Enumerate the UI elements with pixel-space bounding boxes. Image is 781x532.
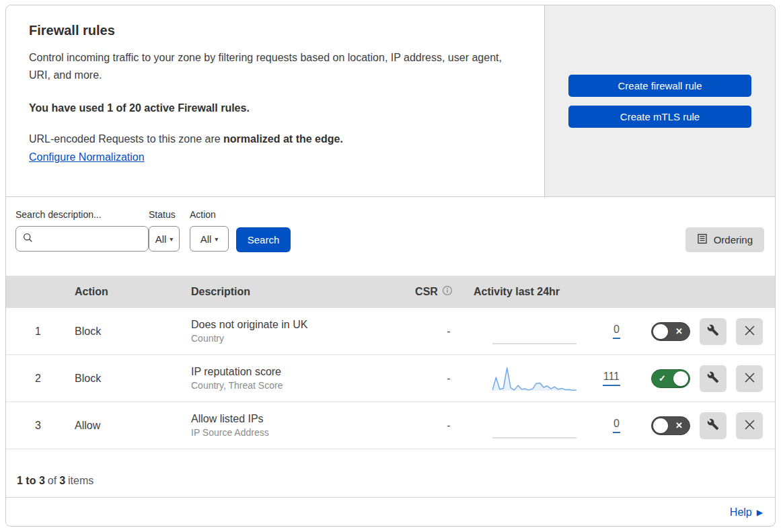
magnifier-icon	[23, 233, 33, 245]
rule-description: Does not originate in UK	[191, 319, 418, 331]
edit-rule-button[interactable]	[700, 365, 727, 392]
toggle-knob	[673, 371, 688, 386]
page-description: Control incoming traffic to your zone by…	[29, 49, 517, 84]
table-header: Action Description CSR Activity last 24h…	[6, 276, 775, 308]
x-icon	[745, 373, 755, 385]
rule-description-cell[interactable]: IP reputation score Country, Threat Scor…	[186, 366, 418, 391]
activity-count-link[interactable]: 111	[603, 371, 620, 386]
pagination-bar: 1 to 3 of 3 items	[6, 449, 775, 498]
edit-rule-button[interactable]	[700, 318, 727, 345]
rule-csr: -	[412, 326, 486, 338]
help-link[interactable]: Help ▶	[730, 506, 763, 519]
ordering-button[interactable]: Ordering	[685, 227, 764, 252]
header-description: Description	[186, 286, 418, 298]
info-circle-icon[interactable]	[442, 285, 453, 299]
hero-actions-panel: Create firewall rule Create mTLS rule	[544, 5, 775, 196]
activity-sparkline	[492, 364, 577, 393]
rule-description-cell[interactable]: Allow listed IPs IP Source Address	[186, 413, 418, 438]
delete-rule-button[interactable]	[736, 365, 763, 392]
rule-action: Allow	[70, 420, 186, 432]
rule-description: IP reputation score	[191, 366, 418, 378]
hero-text-panel: Firewall rules Control incoming traffic …	[6, 5, 544, 196]
rule-priority: 3	[6, 420, 70, 432]
arrow-right-icon: ▶	[757, 508, 763, 517]
create-mtls-rule-button[interactable]: Create mTLS rule	[568, 106, 751, 128]
rule-criteria: Country, Threat Score	[191, 380, 418, 391]
filter-bar: Search description... Status All ▾ Actio…	[6, 197, 775, 276]
status-value: All	[155, 233, 167, 245]
wrench-icon	[707, 371, 719, 385]
status-select[interactable]: All ▾	[149, 226, 180, 252]
rule-priority: 1	[6, 326, 70, 338]
x-icon: ✕	[675, 421, 683, 430]
rule-enabled-toggle[interactable]: ✓ ✕	[651, 369, 690, 388]
rule-csr: -	[412, 373, 486, 385]
header-activity: Activity last 24hr	[474, 286, 628, 298]
toggle-knob	[653, 418, 668, 433]
delete-rule-button[interactable]	[736, 318, 763, 345]
search-group: Search description...	[15, 209, 149, 252]
header-csr-label: CSR	[415, 286, 438, 298]
pagination-of: of	[48, 475, 57, 487]
header-csr: CSR	[397, 285, 471, 299]
create-firewall-rule-button[interactable]: Create firewall rule	[568, 75, 751, 97]
rule-activity-cell: 111	[492, 364, 647, 393]
x-icon	[745, 326, 755, 338]
chevron-down-icon: ▾	[170, 235, 173, 243]
activity-count-link[interactable]: 0	[613, 324, 620, 339]
table-row: 1 Block Does not originate in UK Country…	[6, 308, 775, 355]
rule-action: Block	[70, 373, 186, 385]
action-filter-group: Action All ▾	[190, 209, 229, 252]
rule-controls: ✓ ✕	[647, 365, 775, 392]
activity-sparkline	[492, 317, 577, 346]
rule-controls: ✓ ✕	[647, 318, 775, 345]
activity-count-link[interactable]: 0	[613, 418, 620, 433]
toggle-knob	[653, 324, 668, 339]
usage-notice: You have used 1 of 20 active Firewall ru…	[29, 102, 517, 114]
ordering-button-label: Ordering	[714, 234, 753, 245]
normalization-notice: URL-encoded Requests to this zone are no…	[29, 133, 517, 145]
status-filter-group: Status All ▾	[149, 209, 190, 252]
action-select[interactable]: All ▾	[190, 226, 229, 252]
rule-activity-cell: 0	[492, 317, 647, 346]
rule-enabled-toggle[interactable]: ✓ ✕	[651, 322, 690, 341]
pagination-range: 1 to 3	[17, 475, 45, 487]
rule-description: Allow listed IPs	[191, 413, 418, 425]
configure-normalization-link[interactable]: Configure Normalization	[29, 151, 145, 163]
help-link-label: Help	[730, 506, 752, 519]
page-title: Firewall rules	[29, 23, 517, 38]
action-value: All	[200, 233, 212, 245]
rule-criteria: Country	[191, 333, 418, 344]
rule-description-cell[interactable]: Does not originate in UK Country	[186, 319, 418, 344]
activity-sparkline	[492, 411, 577, 441]
delete-rule-button[interactable]	[736, 412, 763, 439]
help-bar: Help ▶	[6, 498, 775, 527]
search-button[interactable]: Search	[236, 227, 291, 252]
status-label: Status	[149, 209, 190, 220]
action-label: Action	[190, 209, 229, 220]
header-action: Action	[70, 286, 186, 298]
chevron-down-icon: ▾	[215, 235, 218, 243]
rule-csr: -	[412, 420, 486, 432]
edit-rule-button[interactable]	[700, 412, 727, 439]
rule-priority: 2	[6, 373, 70, 385]
wrench-icon	[707, 418, 719, 432]
table-row: 2 Block IP reputation score Country, Thr…	[6, 355, 775, 402]
normalization-bold: normalized at the edge.	[223, 133, 343, 145]
x-icon: ✕	[675, 327, 683, 336]
check-icon: ✓	[659, 374, 666, 383]
pagination-items: items	[68, 475, 94, 487]
pagination-total: 3	[59, 475, 65, 487]
search-input[interactable]	[38, 233, 141, 245]
table-row: 3 Allow Allow listed IPs IP Source Addre…	[6, 402, 775, 449]
normalization-prefix: URL-encoded Requests to this zone are	[29, 133, 223, 145]
rule-enabled-toggle[interactable]: ✓ ✕	[651, 416, 690, 435]
rule-action: Block	[70, 326, 186, 338]
hero-section: Firewall rules Control incoming traffic …	[6, 5, 775, 197]
list-page-icon	[697, 233, 708, 246]
search-label: Search description...	[15, 209, 149, 220]
wrench-icon	[707, 324, 719, 338]
rule-activity-cell: 0	[492, 411, 647, 441]
rule-controls: ✓ ✕	[647, 412, 775, 439]
firewall-rules-card: Firewall rules Control incoming traffic …	[5, 5, 776, 527]
